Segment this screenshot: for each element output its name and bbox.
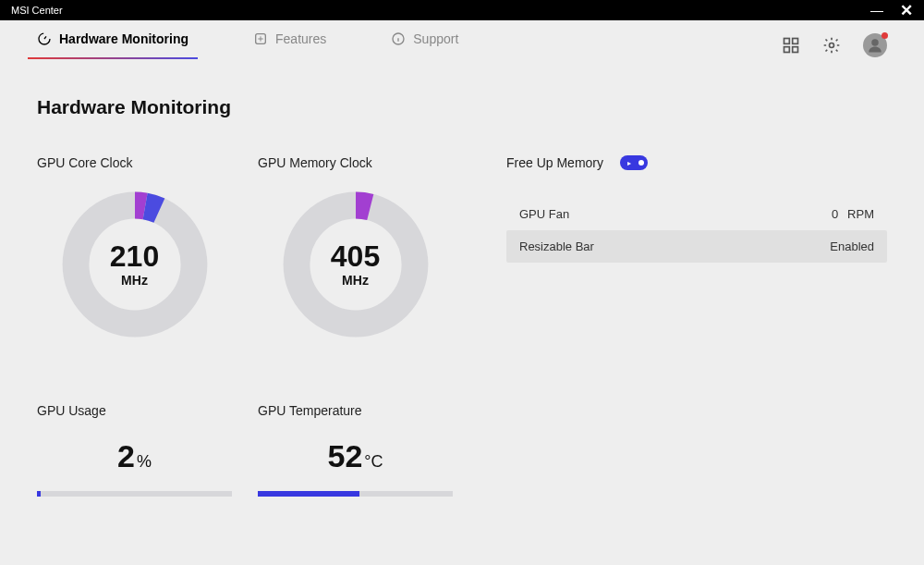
sparkle-icon bbox=[253, 31, 268, 46]
tab-label: Hardware Monitoring bbox=[59, 31, 188, 46]
metric-memory-clock: GPU Memory Clock 405 MHz bbox=[258, 155, 453, 338]
row-value: Enabled bbox=[830, 240, 874, 253]
metric-label: GPU Temperature bbox=[258, 403, 453, 418]
row-value: 0 bbox=[832, 207, 838, 221]
free-memory: Free Up Memory ▸ bbox=[506, 155, 887, 170]
temp-value: 52 bbox=[327, 438, 362, 473]
svg-point-11 bbox=[871, 39, 879, 46]
side-panel: Free Up Memory ▸ GPU Fan 0 RPM Resizable… bbox=[471, 155, 887, 497]
metric-label: GPU Core Clock bbox=[37, 155, 232, 170]
titlebar: MSI Center — ✕ bbox=[0, 0, 924, 20]
metric-label: GPU Memory Clock bbox=[258, 155, 453, 170]
page-title: Hardware Monitoring bbox=[37, 96, 887, 118]
window-title: MSI Center bbox=[11, 5, 63, 16]
tab-label: Features bbox=[275, 31, 326, 46]
window-controls: — ✕ bbox=[870, 3, 913, 18]
svg-rect-8 bbox=[784, 47, 790, 53]
metrics-grid: GPU Core Clock 210 MHz bbox=[37, 155, 453, 497]
gear-icon[interactable] bbox=[822, 36, 841, 55]
svg-rect-7 bbox=[793, 39, 798, 44]
tab-support[interactable]: Support bbox=[391, 31, 458, 59]
minimize-button[interactable]: — bbox=[870, 4, 883, 17]
usage-unit: % bbox=[137, 452, 152, 471]
row-label: GPU Fan bbox=[519, 207, 569, 221]
metric-core-clock: GPU Core Clock 210 MHz bbox=[37, 155, 232, 338]
free-memory-label: Free Up Memory bbox=[506, 155, 603, 170]
svg-point-10 bbox=[830, 43, 834, 48]
gauge-memory-clock: 405 MHz bbox=[282, 190, 430, 338]
svg-rect-6 bbox=[784, 39, 790, 44]
nav-actions bbox=[782, 33, 887, 57]
nav-tabs: Hardware Monitoring Features Support bbox=[37, 31, 458, 59]
free-memory-toggle[interactable]: ▸ bbox=[620, 155, 648, 170]
avatar[interactable] bbox=[863, 33, 887, 57]
tab-features[interactable]: Features bbox=[253, 31, 326, 59]
apps-icon[interactable] bbox=[782, 36, 800, 55]
close-button[interactable]: ✕ bbox=[900, 3, 913, 18]
gauge-unit: MHz bbox=[121, 273, 148, 288]
tab-label: Support bbox=[413, 31, 458, 46]
row-unit: RPM bbox=[847, 207, 874, 221]
gauge-value: 210 bbox=[110, 241, 159, 271]
info-icon bbox=[391, 31, 406, 46]
usage-value: 2 bbox=[117, 438, 135, 473]
content: Hardware Monitoring GPU Core Clock 210 M… bbox=[0, 59, 924, 497]
info-row-resizable-bar: Resizable Bar Enabled bbox=[506, 230, 887, 263]
gauge-unit: MHz bbox=[342, 273, 369, 288]
temp-unit: °C bbox=[364, 452, 383, 471]
metric-usage: GPU Usage 2% bbox=[37, 403, 232, 497]
gauge-icon bbox=[37, 31, 52, 46]
gauge-value: 405 bbox=[331, 241, 380, 271]
usage-bar bbox=[37, 491, 232, 497]
tab-hardware-monitoring[interactable]: Hardware Monitoring bbox=[37, 31, 188, 59]
metric-label: GPU Usage bbox=[37, 403, 232, 418]
row-label: Resizable Bar bbox=[519, 240, 594, 253]
svg-rect-9 bbox=[793, 47, 798, 53]
metric-temperature: GPU Temperature 52°C bbox=[258, 403, 453, 497]
columns: GPU Core Clock 210 MHz bbox=[37, 155, 887, 497]
gauge-core-clock: 210 MHz bbox=[61, 190, 209, 338]
svg-line-1 bbox=[44, 36, 46, 39]
temp-bar bbox=[258, 491, 453, 497]
main-nav: Hardware Monitoring Features Support bbox=[0, 20, 924, 59]
info-row-gpu-fan: GPU Fan 0 RPM bbox=[506, 198, 887, 230]
